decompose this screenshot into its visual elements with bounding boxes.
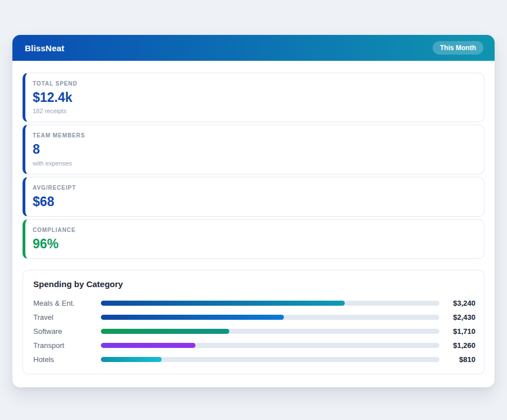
bar-fill bbox=[101, 301, 345, 306]
category-amount: $1,710 bbox=[439, 327, 475, 336]
app-header: BlissNeat This Month bbox=[12, 35, 495, 61]
bar-fill bbox=[101, 329, 229, 334]
stat-card-team-members: TEAM MEMBERS 8 with expenses bbox=[23, 124, 484, 174]
category-label: Hotels bbox=[33, 355, 101, 364]
stat-card-compliance: COMPLIANCE 96% bbox=[23, 219, 484, 259]
stat-label: COMPLIANCE bbox=[33, 227, 474, 233]
bar-track bbox=[101, 343, 439, 348]
stat-card-total-spend: TOTAL SPEND $12.4k 182 receipts bbox=[23, 73, 484, 122]
bar-track bbox=[101, 357, 439, 362]
bar-fill bbox=[101, 343, 195, 348]
stat-value: $68 bbox=[33, 195, 474, 209]
period-badge[interactable]: This Month bbox=[433, 41, 483, 55]
stat-label: TOTAL SPEND bbox=[33, 81, 474, 87]
chart-title: Spending by Category bbox=[33, 279, 475, 289]
bar-track bbox=[101, 315, 439, 320]
category-amount: $2,430 bbox=[439, 313, 475, 321]
category-amount: $1,260 bbox=[439, 341, 475, 350]
category-label: Transport bbox=[33, 341, 101, 350]
category-amount: $810 bbox=[439, 355, 475, 364]
category-amount: $3,240 bbox=[439, 299, 475, 307]
stat-subtext: 182 receipts bbox=[33, 108, 474, 114]
stat-value: $12.4k bbox=[33, 91, 474, 105]
category-label: Software bbox=[33, 327, 101, 336]
stat-value: 96% bbox=[33, 237, 474, 251]
bar-track bbox=[101, 329, 439, 334]
bar-fill bbox=[101, 315, 284, 320]
chart-row-hotels: Hotels $810 bbox=[33, 352, 475, 367]
chart-row-transport: Transport $1,260 bbox=[33, 338, 475, 352]
stat-value: 8 bbox=[33, 142, 474, 157]
bar-track bbox=[101, 301, 439, 306]
chart-row-meals: Meals & Ent. $3,240 bbox=[33, 296, 475, 310]
category-label: Travel bbox=[33, 313, 101, 321]
chart-row-travel: Travel $2,430 bbox=[33, 310, 475, 324]
dashboard-card: BlissNeat This Month TOTAL SPEND $12.4k … bbox=[12, 35, 495, 387]
spending-by-category-card: Spending by Category Meals & Ent. $3,240… bbox=[23, 270, 484, 374]
stat-subtext: with expenses bbox=[33, 160, 474, 167]
stat-card-avg-receipt: AVG/RECEIPT $68 bbox=[23, 177, 484, 217]
stat-label: AVG/RECEIPT bbox=[33, 185, 474, 191]
dashboard-body: TOTAL SPEND $12.4k 182 receipts TEAM MEM… bbox=[12, 61, 495, 387]
category-label: Meals & Ent. bbox=[33, 299, 101, 307]
bar-fill bbox=[101, 357, 162, 362]
chart-row-software: Software $1,710 bbox=[33, 324, 475, 338]
app-title: BlissNeat bbox=[25, 43, 64, 53]
stat-label: TEAM MEMBERS bbox=[33, 132, 474, 138]
